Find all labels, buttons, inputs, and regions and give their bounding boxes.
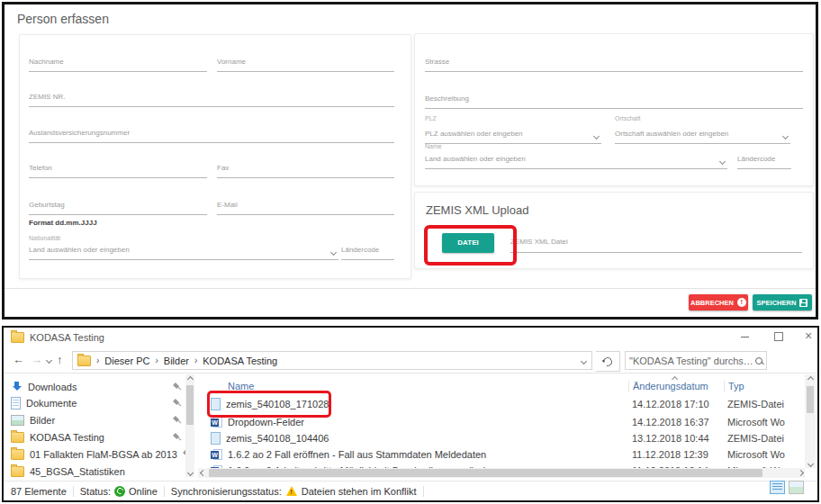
scrollbar-thumb[interactable] — [807, 386, 814, 413]
scroll-down-icon[interactable] — [806, 459, 815, 468]
address-dropdown-chevron-icon[interactable] — [581, 358, 587, 364]
plz-select[interactable]: PLZ auswählen oder eingeben — [425, 129, 601, 144]
person-data-card: Nachname Vorname ZEMIS NR. Auslandsversi… — [19, 34, 411, 279]
table-row-fall-eroeffnen[interactable]: 1.6.2 ao 2 Fall eröffnen - Fall aus Stam… — [203, 446, 804, 462]
ortschaft-label: Ortschaft — [615, 115, 640, 122]
sidebar-scrollbar[interactable] — [185, 374, 194, 477]
strasse-field[interactable]: Strasse — [425, 57, 803, 72]
land-select[interactable]: Land auswählen oder eingeben — [425, 154, 727, 169]
divider — [73, 486, 74, 497]
download-icon — [11, 381, 23, 392]
folder-icon — [11, 332, 24, 343]
zemis-nr-field[interactable]: ZEMIS NR. — [29, 92, 394, 107]
scroll-right-icon[interactable] — [796, 468, 805, 477]
close-button[interactable] — [799, 328, 819, 346]
speichern-label: SPEICHERN — [757, 299, 797, 307]
maximize-button[interactable] — [769, 328, 789, 346]
laendercode-label: Ländercode — [737, 155, 775, 163]
scroll-up-icon[interactable] — [185, 374, 194, 383]
auslandsversicherungsnummer-label: Auslandsversicherungsnummer — [29, 129, 130, 137]
up-icon[interactable]: ↑ — [57, 353, 63, 367]
chevron-down-icon[interactable] — [593, 133, 600, 140]
person-erfassen-window: Person erfassen Nachname Vorname ZEMIS N… — [2, 2, 818, 320]
divider — [423, 486, 424, 497]
word-file-icon — [211, 449, 222, 460]
file-date: 13.12.2018 10:44 — [628, 433, 724, 444]
fax-label: Fax — [217, 164, 229, 172]
vertical-scrollbar[interactable] — [805, 374, 816, 468]
nationalitaet-land-select[interactable]: Land auswählen oder eingeben — [29, 245, 338, 260]
scroll-down-icon[interactable] — [185, 468, 194, 477]
date-format-hint: Format dd.mm.JJJJ — [29, 219, 97, 227]
scrollbar-thumb[interactable] — [209, 469, 762, 477]
sidebar-item-downloads[interactable]: Downloads — [11, 380, 182, 393]
warning-icon — [286, 486, 297, 496]
details-view-button[interactable] — [770, 481, 785, 494]
auslandsversicherungsnummer-field[interactable]: Auslandsversicherungsnummer — [29, 128, 394, 143]
scroll-up-icon[interactable] — [806, 374, 815, 383]
chevron-down-icon[interactable] — [330, 249, 337, 256]
explorer-titlebar[interactable]: KODASA Testing — [4, 328, 817, 347]
horizontal-scrollbar[interactable] — [198, 468, 805, 478]
beschreibung-field[interactable]: Beschreibung — [425, 94, 803, 109]
table-row-zemis-540108-104406[interactable]: zemis_540108_104406 13.12.2018 10:44 ZEM… — [203, 430, 804, 446]
page-title: Person erfassen — [17, 12, 109, 26]
sidebar-item-label: Downloads — [28, 382, 77, 392]
chevron-down-icon[interactable] — [782, 133, 789, 140]
zemis-xml-datei-label: ZEMIS XML Datei — [510, 238, 568, 246]
search-icon[interactable] — [755, 357, 762, 364]
nachname-field[interactable]: Nachname — [29, 57, 207, 72]
pin-icon — [171, 380, 184, 392]
refresh-button[interactable] — [596, 351, 620, 372]
pin-icon — [171, 396, 184, 409]
address-toolbar: ← → ↑ › Dieser PC › Bilder › KODASA Test… — [4, 347, 817, 374]
minimize-button[interactable] — [735, 328, 754, 346]
file-name: zemis_540108_104406 — [226, 433, 329, 444]
sync-online-icon — [114, 486, 125, 497]
abbrechen-button[interactable]: ABBRECHEN — [689, 294, 748, 310]
forward-icon[interactable]: → — [31, 353, 42, 367]
sidebar-item-dokumente[interactable]: Dokumente — [11, 396, 182, 410]
column-header-date[interactable]: Änderungsdatum — [628, 381, 724, 392]
plz-placeholder: PLZ auswählen oder eingeben — [425, 130, 523, 138]
speichern-button[interactable]: SPEICHERN — [753, 294, 812, 310]
sidebar-item-45-bgsa-statistiken[interactable]: 45_BGSA_Statistiken — [11, 464, 182, 478]
thumbnail-view-button[interactable] — [789, 481, 804, 494]
fax-field[interactable]: Fax — [217, 163, 394, 178]
vorname-label: Vorname — [217, 58, 246, 66]
sync-status-value: Dateien stehen im Konflikt — [302, 486, 417, 497]
telefon-field[interactable]: Telefon — [29, 163, 207, 178]
zemis-file-icon — [211, 432, 221, 445]
status-value: Online — [129, 486, 158, 497]
geburtstag-field[interactable]: Geburtstag — [29, 200, 207, 215]
breadcrumb-bilder[interactable]: Bilder — [164, 356, 189, 366]
recent-locations-chevron-icon[interactable] — [46, 357, 52, 364]
sidebar-item-kodasa-testing[interactable]: KODASA Testing — [11, 430, 182, 444]
scroll-left-icon[interactable] — [198, 468, 207, 477]
scrollbar-thumb[interactable] — [186, 385, 194, 425]
nationalitaet-laendercode-label: Ländercode — [341, 246, 379, 254]
sidebar-item-01-fallakten[interactable]: 01 Fallakten FlaM-BGSA ab 2013 — [11, 447, 182, 461]
zemis-xml-datei-field[interactable]: ZEMIS XML Datei — [510, 237, 802, 253]
laendercode-field[interactable]: Ländercode — [737, 154, 791, 169]
breadcrumb-dieser-pc[interactable]: Dieser PC — [104, 356, 149, 366]
chevron-down-icon[interactable] — [719, 158, 726, 165]
column-header-type[interactable]: Typ — [724, 381, 796, 392]
refresh-icon — [601, 356, 614, 368]
back-icon[interactable]: ← — [13, 353, 24, 367]
picture-icon — [11, 415, 24, 426]
file-type: ZEMIS-Datei — [724, 433, 796, 444]
zemis-nr-label: ZEMIS NR. — [29, 93, 65, 101]
sidebar-item-bilder[interactable]: Bilder — [11, 413, 182, 427]
breadcrumb-kodasa-testing[interactable]: KODASA Testing — [203, 356, 277, 366]
nationalitaet-laendercode-field[interactable]: Ländercode — [341, 245, 394, 260]
pin-icon — [171, 413, 184, 426]
ortschaft-select[interactable]: Ortschaft auswählen oder eingeben — [615, 129, 790, 144]
file-type: ZEMIS-Datei — [724, 399, 796, 410]
search-input[interactable]: "KODASA Testing" durchsuch... — [625, 351, 767, 370]
vorname-field[interactable]: Vorname — [217, 57, 394, 72]
name-label: Name — [425, 143, 442, 149]
address-bar[interactable]: › Dieser PC › Bilder › KODASA Testing — [72, 351, 592, 370]
email-field[interactable]: E-Mail — [217, 200, 394, 215]
close-icon — [805, 332, 814, 341]
